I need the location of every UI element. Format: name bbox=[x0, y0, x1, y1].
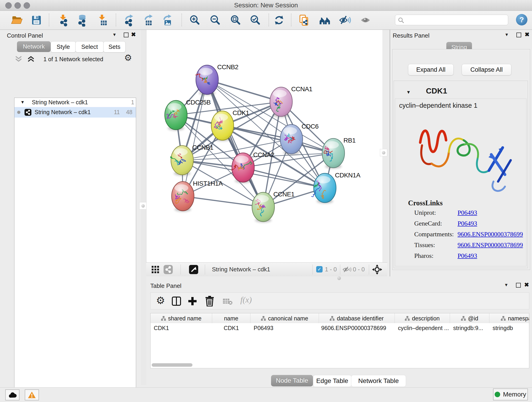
expand-all-button[interactable]: Expand All bbox=[408, 64, 454, 75]
network-node-RB1[interactable] bbox=[322, 138, 345, 168]
network-node-label: CCNE1 bbox=[273, 191, 294, 198]
crosslink-genecard-link[interactable]: P06493 bbox=[457, 220, 477, 227]
cell-canonical-name[interactable]: P06493 bbox=[250, 325, 319, 332]
network-node-CDK1[interactable] bbox=[211, 111, 234, 140]
network-node-CCNB2[interactable] bbox=[196, 65, 218, 95]
grid-view-icon[interactable] bbox=[151, 265, 159, 274]
refresh-button[interactable] bbox=[272, 13, 287, 28]
show-columns-icon[interactable] bbox=[172, 296, 181, 306]
warnings-button[interactable] bbox=[25, 389, 39, 400]
crosslink-uniprot-link[interactable]: P06493 bbox=[457, 209, 477, 216]
collapse-all-button[interactable]: Collapse All bbox=[462, 64, 511, 75]
collapse-all-networks-button[interactable] bbox=[15, 56, 22, 63]
help-button[interactable]: ? bbox=[516, 14, 527, 26]
table-row[interactable]: CDK1 CDK1 P06493 9606.ENSP00000378699 cy… bbox=[151, 323, 529, 333]
tab-style[interactable]: Style bbox=[51, 41, 76, 52]
cell-database-identifier[interactable]: 9606.ENSP00000378699 bbox=[319, 325, 395, 332]
delete-column-trash-icon[interactable] bbox=[205, 296, 215, 306]
network-edge[interactable] bbox=[183, 80, 207, 196]
cell-id[interactable]: stringdb:9... bbox=[450, 325, 489, 332]
network-node-HIST1H1A[interactable] bbox=[172, 182, 194, 211]
network-node-CDKN1A[interactable] bbox=[311, 173, 336, 203]
birdseye-toggle-icon[interactable] bbox=[189, 265, 198, 274]
export-image-button[interactable] bbox=[160, 13, 175, 28]
tree-expand-arrow[interactable]: ▼ bbox=[20, 100, 25, 105]
network-node-CCNB1[interactable] bbox=[171, 146, 193, 175]
import-network-file-button[interactable] bbox=[56, 13, 71, 28]
import-network-database-button[interactable] bbox=[74, 13, 89, 28]
column-header-canonical-name[interactable]: canonical name bbox=[250, 313, 319, 323]
column-header-name[interactable]: name bbox=[212, 313, 250, 323]
hide-selected-button[interactable] bbox=[337, 13, 352, 28]
table-body: CDK1 CDK1 P06493 9606.ENSP00000378699 cy… bbox=[150, 323, 529, 368]
control-panel-menu-arrow[interactable]: ▾ bbox=[113, 32, 116, 38]
network-node-CCNA2[interactable] bbox=[231, 153, 254, 182]
tab-sets[interactable]: Sets bbox=[103, 41, 126, 52]
crosslink-tissues-link[interactable]: 9606.ENSP00000378699 bbox=[457, 241, 523, 249]
results-panel-close-button[interactable]: ✖ bbox=[525, 31, 530, 38]
column-header-shared-name[interactable]: shared name bbox=[151, 313, 212, 323]
save-icon bbox=[30, 14, 43, 27]
expand-all-networks-button[interactable] bbox=[27, 56, 35, 63]
import-network-icon bbox=[57, 14, 70, 27]
table-options-gear-icon[interactable]: ⚙ bbox=[156, 294, 165, 306]
clone-network-button[interactable] bbox=[297, 13, 312, 28]
results-panel-float-button[interactable] bbox=[516, 32, 521, 37]
tab-edge-table[interactable]: Edge Table bbox=[313, 375, 351, 387]
zoom-in-button[interactable] bbox=[187, 13, 202, 28]
cloud-status-button[interactable] bbox=[5, 389, 19, 400]
create-column-plus-icon[interactable] bbox=[188, 296, 197, 306]
control-panel-close-button[interactable]: ✖ bbox=[131, 31, 136, 38]
zoom-out-button[interactable] bbox=[208, 13, 223, 28]
selected-checkbox-icon[interactable]: ✓ bbox=[316, 266, 323, 273]
column-header-description[interactable]: description bbox=[395, 313, 450, 323]
network-list-icon[interactable] bbox=[164, 265, 173, 274]
splitter-handle[interactable] bbox=[380, 149, 387, 156]
export-table-button[interactable] bbox=[141, 13, 156, 28]
network-node-CCNA1[interactable] bbox=[270, 87, 292, 116]
table-panel-close-button[interactable]: ✖ bbox=[524, 281, 529, 288]
search-input[interactable] bbox=[405, 15, 505, 24]
table-panel-float-button[interactable] bbox=[516, 283, 521, 288]
show-all-button[interactable] bbox=[358, 13, 373, 28]
column-header-database-identifier[interactable]: database identifier bbox=[319, 313, 395, 323]
network-edge-count: 48 bbox=[123, 109, 133, 115]
zoom-fit-button[interactable] bbox=[228, 13, 243, 28]
network-collection-label[interactable]: String Network – cdk1 bbox=[32, 99, 88, 106]
results-panel-menu-arrow[interactable]: ▾ bbox=[505, 32, 508, 38]
network-options-gear-icon[interactable]: ⚙ bbox=[124, 53, 132, 63]
column-header-id[interactable]: @id bbox=[450, 313, 489, 323]
cell-description[interactable]: cyclin–dependent ... bbox=[395, 325, 450, 332]
network-edge[interactable] bbox=[207, 80, 263, 207]
column-header-namespace[interactable]: namespace bbox=[489, 313, 529, 323]
crosslink-compartments-link[interactable]: 9606.ENSP00000378699 bbox=[457, 230, 523, 238]
crosslink-pharos-link[interactable]: P06493 bbox=[457, 252, 477, 259]
memory-button[interactable]: Memory bbox=[493, 389, 528, 400]
network-canvas[interactable]: CCNB2CCNA1CDC25BCDK1CDC6RB1CCNB1CCNA2CDK… bbox=[146, 30, 382, 262]
first-neighbors-button[interactable] bbox=[317, 13, 332, 28]
cell-namespace[interactable]: stringdb bbox=[489, 325, 529, 332]
table-panel-menu-arrow[interactable]: ▾ bbox=[505, 282, 507, 288]
import-table-file-button[interactable] bbox=[95, 13, 110, 28]
export-network-button[interactable] bbox=[121, 13, 137, 28]
gene-collapse-arrow[interactable]: ▼ bbox=[406, 89, 411, 95]
tab-network[interactable]: Network bbox=[17, 41, 51, 52]
splitter-handle[interactable] bbox=[337, 276, 341, 280]
control-panel-float-button[interactable] bbox=[124, 32, 128, 37]
network-tree-row-selected[interactable]: String Network – cdk1 11 48 bbox=[14, 107, 136, 118]
tab-node-table[interactable]: Node Table bbox=[271, 375, 313, 386]
cell-name[interactable]: CDK1 bbox=[212, 325, 250, 332]
cell-shared-name[interactable]: CDK1 bbox=[151, 325, 212, 332]
network-edge[interactable] bbox=[183, 196, 263, 207]
tab-select[interactable]: Select bbox=[75, 41, 104, 52]
table-horizontal-scrollbar[interactable] bbox=[152, 363, 192, 367]
splitter-handle[interactable] bbox=[139, 202, 147, 210]
open-session-button[interactable] bbox=[9, 13, 25, 28]
network-node-CDC6[interactable] bbox=[280, 124, 303, 154]
tab-network-table[interactable]: Network Table bbox=[351, 375, 406, 387]
network-node-CCNE1[interactable] bbox=[252, 192, 274, 222]
zoom-selected-button[interactable] bbox=[248, 13, 263, 28]
save-session-button[interactable] bbox=[29, 13, 44, 28]
network-node-CDC25B[interactable] bbox=[165, 100, 187, 130]
pan-crosshair-icon[interactable] bbox=[372, 264, 383, 275]
